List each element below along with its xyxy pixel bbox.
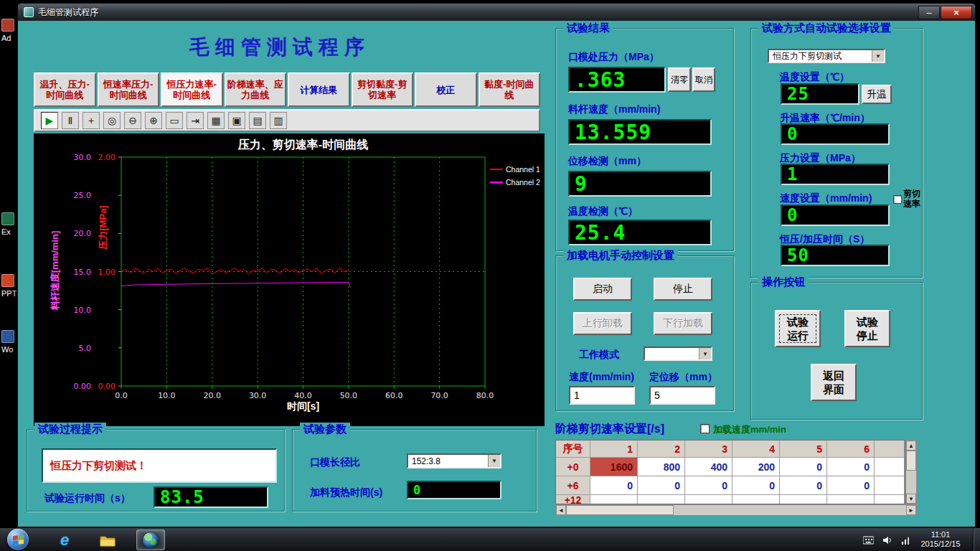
zoom-in-button[interactable]: ⊕ bbox=[145, 112, 162, 129]
table-cell[interactable]: 0 bbox=[827, 476, 875, 495]
table-cell[interactable]: 1600 bbox=[590, 458, 638, 476]
tab-calibration[interactable]: 校正 bbox=[415, 72, 477, 107]
table-cell[interactable] bbox=[685, 495, 732, 504]
table-cell[interactable] bbox=[732, 495, 780, 504]
run-button[interactable]: ▶ bbox=[41, 112, 58, 129]
taskbar-ie-button[interactable]: e bbox=[50, 529, 79, 550]
heat-up-button[interactable]: 升温 bbox=[862, 85, 892, 104]
table-col-header-cut bbox=[875, 441, 905, 458]
language-icon[interactable] bbox=[863, 536, 874, 545]
shear-rate-checkbox[interactable] bbox=[893, 195, 902, 204]
pause-button[interactable]: Ⅱ bbox=[62, 112, 79, 129]
tab-viscosity-time[interactable]: 黏度-时间曲线 bbox=[479, 72, 541, 107]
vscroll-thumb[interactable] bbox=[906, 451, 916, 471]
select-region-button[interactable]: ▭ bbox=[166, 112, 183, 129]
tab-calc-results[interactable]: 计算结果 bbox=[288, 72, 350, 107]
tab-step-rate-stress-curve[interactable]: 阶梯速率、应力曲线 bbox=[225, 72, 287, 107]
scroll-down-icon[interactable]: ▼ bbox=[906, 494, 916, 504]
table-cell[interactable]: 0 bbox=[827, 458, 875, 476]
table-cell[interactable]: 0 bbox=[638, 476, 685, 495]
tab-label: 校正 bbox=[436, 85, 455, 95]
pan-button[interactable]: + bbox=[83, 112, 100, 129]
svg-text:20.0: 20.0 bbox=[204, 391, 222, 400]
table-cell[interactable] bbox=[590, 495, 638, 504]
manual-speed-label: 速度(mm/min) bbox=[569, 371, 634, 384]
test-mode-select[interactable]: 恒压力下剪切测试 ▼ bbox=[768, 49, 885, 63]
zoom-out-button[interactable]: ⊖ bbox=[124, 112, 141, 129]
work-mode-select[interactable]: ▼ bbox=[644, 347, 712, 361]
panel-title: 试验结果 bbox=[563, 22, 613, 34]
window-titlebar[interactable]: 毛细管测试程序 – × bbox=[18, 4, 975, 21]
table-cell[interactable]: 0 bbox=[685, 476, 732, 495]
window-title: 毛细管测试程序 bbox=[38, 6, 914, 19]
table-cell[interactable] bbox=[780, 495, 827, 504]
start-button[interactable] bbox=[7, 529, 29, 550]
network-icon[interactable] bbox=[901, 536, 911, 545]
tab-temp-rise-pressure-time[interactable]: 温升、压力-时间曲线 bbox=[34, 72, 96, 107]
displacement-label: 位移检测（mm） bbox=[568, 155, 646, 168]
table-cell[interactable]: 800 bbox=[638, 458, 685, 476]
cancel-button[interactable]: 取消 bbox=[692, 67, 715, 92]
table-col-header[interactable]: 4 bbox=[732, 441, 780, 458]
taskbar-clock[interactable]: 11:01 2015/12/15 bbox=[913, 530, 969, 549]
preheat-label: 加料预热时间(s) bbox=[310, 486, 382, 499]
load-speed-checkbox[interactable] bbox=[700, 424, 710, 433]
back-to-main-button[interactable]: 返回界面 bbox=[811, 364, 857, 401]
test-run-button[interactable]: 试验运行 bbox=[775, 310, 821, 347]
svg-text:10.0: 10.0 bbox=[74, 306, 92, 315]
cursor-to-end-button[interactable]: ⇥ bbox=[187, 112, 204, 129]
test-stop-button[interactable]: 试验停止 bbox=[844, 310, 890, 347]
table-hscrollbar[interactable]: ◄ ► bbox=[555, 504, 917, 516]
scroll-left-icon[interactable]: ◄ bbox=[556, 505, 566, 515]
table-cell[interactable] bbox=[638, 495, 685, 504]
minimize-button[interactable]: – bbox=[918, 6, 940, 19]
table-row-label[interactable]: +6 bbox=[556, 476, 590, 495]
table-cell[interactable]: 400 bbox=[685, 458, 732, 476]
crosshair-button[interactable]: ◎ bbox=[103, 112, 121, 129]
export-graph-button[interactable]: ▦ bbox=[207, 112, 225, 129]
table-col-header[interactable]: 3 bbox=[685, 441, 732, 458]
chart-svg[interactable]: 0.010.020.030.040.050.060.070.080.00.005… bbox=[34, 133, 545, 426]
panel-title: 试验参数 bbox=[300, 423, 350, 435]
die-ratio-select[interactable]: 152:3.8 ▼ bbox=[407, 453, 501, 468]
channel1-label: Channel 1 bbox=[506, 165, 540, 174]
table-corner-header: 序号 bbox=[556, 441, 590, 458]
tab-const-rate-pressure-time[interactable]: 恒速率压力-时间曲线 bbox=[98, 72, 160, 107]
svg-text:70.0: 70.0 bbox=[430, 391, 448, 400]
table-vscrollbar[interactable]: ▲ ▼ bbox=[905, 440, 917, 504]
scroll-up-icon[interactable]: ▲ bbox=[906, 441, 916, 451]
target-displacement-input[interactable] bbox=[649, 386, 715, 405]
table-cell[interactable]: 200 bbox=[732, 458, 780, 476]
motor-down-load-button[interactable]: 下行加载 bbox=[654, 312, 712, 335]
scroll-right-icon[interactable]: ► bbox=[906, 505, 916, 515]
speed-set-display: 0 bbox=[781, 204, 890, 226]
close-button[interactable]: × bbox=[941, 6, 972, 19]
manual-speed-input[interactable] bbox=[569, 386, 635, 405]
tab-label: 阶梯速率、应力曲线 bbox=[227, 79, 285, 100]
copy-button[interactable]: ▣ bbox=[228, 112, 245, 129]
table-cell[interactable]: 0 bbox=[780, 476, 827, 495]
table-cell[interactable]: 0 bbox=[590, 476, 638, 495]
table-col-header[interactable]: 1 bbox=[590, 441, 638, 458]
hscroll-thumb[interactable] bbox=[566, 505, 674, 515]
taskbar-explorer-button[interactable] bbox=[93, 529, 122, 550]
save-button[interactable]: ▤ bbox=[249, 112, 266, 129]
table-col-header[interactable]: 2 bbox=[638, 441, 685, 458]
show-desktop-button[interactable] bbox=[973, 528, 980, 551]
motor-stop-button[interactable]: 停止 bbox=[654, 278, 712, 301]
print-button[interactable]: ▥ bbox=[270, 112, 287, 129]
motor-start-button[interactable]: 启动 bbox=[573, 278, 632, 301]
tab-const-pressure-rate-time[interactable]: 恒压力速率-时间曲线 bbox=[161, 72, 223, 107]
table-row-label[interactable]: +0 bbox=[556, 458, 590, 476]
tab-shear-viscosity-shear-rate[interactable]: 剪切黏度-剪切速率 bbox=[352, 72, 414, 107]
table-cell[interactable] bbox=[827, 495, 875, 504]
table-row-label[interactable]: +12 bbox=[556, 495, 590, 504]
taskbar-app-button[interactable] bbox=[136, 529, 165, 550]
table-col-header[interactable]: 6 bbox=[827, 441, 875, 458]
table-cell[interactable]: 0 bbox=[780, 458, 827, 476]
volume-icon[interactable] bbox=[882, 536, 892, 545]
table-cell[interactable]: 0 bbox=[732, 476, 780, 495]
clear-zero-button[interactable]: 清零 bbox=[668, 67, 691, 92]
motor-up-unload-button[interactable]: 上行卸载 bbox=[573, 312, 632, 335]
table-col-header[interactable]: 5 bbox=[780, 441, 827, 458]
